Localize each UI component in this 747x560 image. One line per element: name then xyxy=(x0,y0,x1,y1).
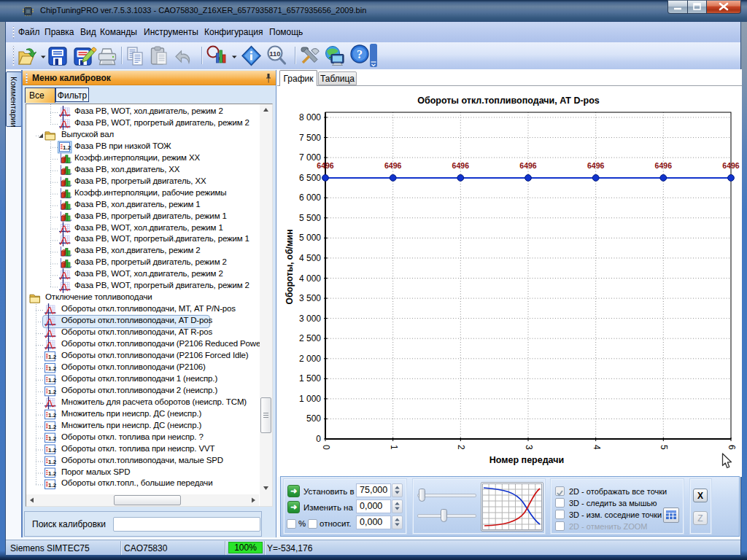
svg-text:7 500: 7 500 xyxy=(299,133,321,143)
svg-text:7 000: 7 000 xyxy=(299,152,321,163)
svg-text:6496: 6496 xyxy=(655,161,673,170)
svg-text:6496: 6496 xyxy=(384,161,402,170)
svg-text:1.2: 1.2 xyxy=(48,354,57,360)
svg-text:Обороты откл.топливоподачи, AT: Обороты откл.топливоподачи, AT D-pos xyxy=(417,96,600,106)
svg-text:3 000: 3 000 xyxy=(299,314,321,324)
svg-text:1: 1 xyxy=(389,445,399,450)
svg-text:110: 110 xyxy=(269,50,280,58)
svg-text:3: 3 xyxy=(524,445,534,450)
svg-text:6496: 6496 xyxy=(452,161,470,170)
svg-text:3 500: 3 500 xyxy=(299,293,321,303)
svg-text:6496: 6496 xyxy=(519,161,537,170)
svg-text:1.2: 1.2 xyxy=(63,144,71,151)
svg-text:1.2: 1.2 xyxy=(48,470,57,477)
svg-text:1.2: 1.2 xyxy=(48,447,57,454)
svg-text:4 500: 4 500 xyxy=(299,253,321,263)
svg-text:5 500: 5 500 xyxy=(299,213,321,223)
svg-text:Номер передачи: Номер передачи xyxy=(489,455,564,465)
svg-text:6496: 6496 xyxy=(722,161,740,170)
svg-text:6496: 6496 xyxy=(587,161,605,170)
svg-text:2: 2 xyxy=(456,445,466,450)
svg-text:0: 0 xyxy=(321,445,331,450)
svg-text:8 000: 8 000 xyxy=(299,112,321,122)
svg-text:0: 0 xyxy=(316,434,321,444)
svg-text:Обороты, об/мин: Обороты, об/мин xyxy=(285,230,295,305)
svg-text:1.2: 1.2 xyxy=(48,412,57,419)
svg-text:5 000: 5 000 xyxy=(299,233,321,243)
svg-text:1.2: 1.2 xyxy=(48,435,57,442)
svg-text:2 000: 2 000 xyxy=(299,354,321,364)
svg-text:1.2: 1.2 xyxy=(48,459,57,465)
svg-text:1.2: 1.2 xyxy=(48,377,57,384)
svg-text:1 000: 1 000 xyxy=(299,394,321,404)
svg-text:1.2: 1.2 xyxy=(48,365,57,372)
svg-text:?: ? xyxy=(357,48,363,61)
svg-text:1.2: 1.2 xyxy=(48,482,57,489)
svg-text:500: 500 xyxy=(306,413,321,424)
svg-text:1 500: 1 500 xyxy=(299,373,321,384)
svg-text:2 500: 2 500 xyxy=(299,333,321,343)
svg-text:6 500: 6 500 xyxy=(299,173,321,183)
svg-text:6: 6 xyxy=(727,445,737,450)
svg-text:1.2: 1.2 xyxy=(48,389,57,395)
svg-text:4 000: 4 000 xyxy=(299,273,321,284)
svg-text:5: 5 xyxy=(659,445,669,450)
svg-text:6 000: 6 000 xyxy=(299,192,321,203)
svg-text:1.2: 1.2 xyxy=(48,424,57,430)
svg-text:4: 4 xyxy=(592,445,602,450)
